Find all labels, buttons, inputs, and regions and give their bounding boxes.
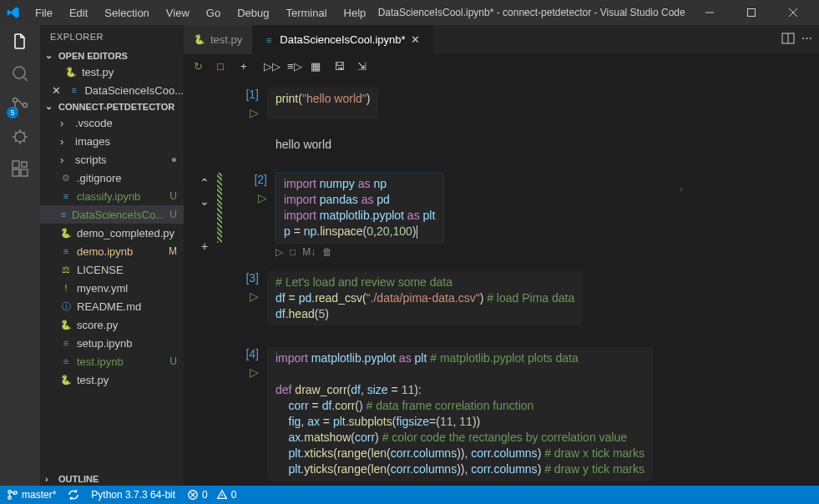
close-icon[interactable]: ✕ xyxy=(411,33,422,46)
run-cell-icon[interactable]: ▷ xyxy=(258,191,267,204)
code-cell[interactable]: # Let's load and review some data df = p… xyxy=(267,271,583,325)
run-cell-icon[interactable]: ▷ xyxy=(250,365,259,379)
menu-terminal[interactable]: Terminal xyxy=(279,7,333,19)
run-cell-icon[interactable]: ▷ xyxy=(250,106,259,119)
folder-item[interactable]: ›images xyxy=(40,132,184,150)
text-cursor xyxy=(417,225,417,239)
menu-help[interactable]: Help xyxy=(337,7,373,19)
problems[interactable]: 0 0 xyxy=(187,489,236,501)
run-all-icon[interactable]: ▷▷ xyxy=(264,60,277,73)
restart-icon[interactable]: ↻ xyxy=(194,60,207,73)
cell-index: [2] xyxy=(254,173,267,186)
file-item[interactable]: 🐍score.py xyxy=(40,315,184,334)
close-icon[interactable]: ✕ xyxy=(52,84,63,97)
collapse-up-icon[interactable]: ⌃ xyxy=(200,176,210,189)
titlebar: File Edit Selection View Go Debug Termin… xyxy=(0,0,819,25)
file-item[interactable]: ≡classify.ipynbU xyxy=(40,187,184,205)
cell-output: hello world xyxy=(267,134,340,154)
notebook-file-icon: ≡ xyxy=(60,245,72,257)
menu-edit[interactable]: Edit xyxy=(63,7,94,19)
extensions-icon[interactable] xyxy=(10,159,30,179)
python-file-icon: 🐍 xyxy=(60,319,72,330)
python-file-icon: 🐍 xyxy=(60,374,72,386)
code-cell[interactable]: print("hello world") xyxy=(267,88,378,119)
notebook-file-icon: ≡ xyxy=(60,190,72,202)
info-icon: ⓘ xyxy=(60,300,72,312)
notebook-body[interactable]: [1]▷ print("hello world") hello world ⌃ … xyxy=(184,79,819,486)
svg-point-4 xyxy=(23,103,28,108)
sync-icon[interactable] xyxy=(68,489,79,501)
code-cell-active[interactable]: import numpy as np import pandas as pd i… xyxy=(276,173,443,243)
file-item[interactable]: ⓘREADME.md xyxy=(40,297,184,315)
save-icon[interactable]: 🖫 xyxy=(334,60,347,73)
file-item[interactable]: 🐍test.py xyxy=(40,370,184,389)
export-icon[interactable]: ⇲ xyxy=(357,60,371,73)
svg-point-13 xyxy=(14,491,18,495)
code-cell[interactable]: import matplotlib.pyplot as plt # matplo… xyxy=(267,347,653,481)
run-by-line-icon[interactable]: ▷ xyxy=(276,246,283,258)
menu-view[interactable]: View xyxy=(159,7,196,19)
svg-rect-9 xyxy=(22,162,27,167)
svg-rect-8 xyxy=(21,169,28,176)
delete-cell-icon[interactable]: 🗑 xyxy=(322,246,332,258)
outline-header[interactable]: ›OUTLINE xyxy=(40,472,184,486)
run-above-icon[interactable]: ≡▷ xyxy=(287,60,301,73)
notebook-file-icon: ≡ xyxy=(60,355,72,367)
file-item[interactable]: ⚙.gitignore xyxy=(40,169,184,187)
stop-icon[interactable]: □ xyxy=(290,246,296,258)
folder-item[interactable]: ›scripts● xyxy=(40,150,184,169)
collapse-down-icon[interactable]: ⌄ xyxy=(200,194,210,208)
notebook-toolbar: ↻ □ + ▷▷ ≡▷ ▦ 🖫 ⇲ xyxy=(184,54,819,79)
window-close[interactable] xyxy=(774,0,812,25)
more-icon[interactable]: ⋯ xyxy=(801,32,812,48)
open-editor-item[interactable]: 🐍test.py xyxy=(40,63,184,81)
cell-actions: ▷ □ M↓ 🗑 xyxy=(276,246,332,258)
explorer-title: EXPLORER xyxy=(40,25,184,48)
variables-icon[interactable]: ▦ xyxy=(311,60,324,73)
notebook-file-icon: ≡ xyxy=(68,84,80,96)
folder-header[interactable]: ⌄CONNECT-PETDETECTOR xyxy=(40,99,184,113)
python-file-icon: 🐍 xyxy=(65,66,77,78)
license-icon: ⚖ xyxy=(60,264,72,275)
markdown-icon[interactable]: M↓ xyxy=(302,246,316,258)
menu-selection[interactable]: Selection xyxy=(98,7,155,19)
add-cell-icon[interactable]: + xyxy=(240,60,254,73)
menu-file[interactable]: File xyxy=(28,7,59,19)
notebook-file-icon: ≡ xyxy=(263,34,275,46)
activity-bar: 5 xyxy=(0,25,40,486)
file-item[interactable]: 🐍demo_completed.py xyxy=(40,224,184,242)
yaml-file-icon: ! xyxy=(60,282,72,294)
ibeam-cursor-icon xyxy=(680,179,682,199)
file-item[interactable]: !myenv.yml xyxy=(40,279,184,297)
cell-index: [4] xyxy=(245,347,259,360)
svg-point-1 xyxy=(13,67,25,78)
folder-item[interactable]: ›.vscode xyxy=(40,113,184,132)
search-icon[interactable] xyxy=(10,63,30,83)
menu-debug[interactable]: Debug xyxy=(230,7,276,19)
tab-testpy[interactable]: 🐍test.py xyxy=(184,25,253,54)
file-item[interactable]: ≡test.ipynbU xyxy=(40,352,184,370)
debug-icon[interactable] xyxy=(10,127,30,147)
file-item-selected[interactable]: ≡DataScienceIsCo...U xyxy=(40,205,184,224)
split-editor-icon[interactable] xyxy=(781,32,795,48)
menu-go[interactable]: Go xyxy=(200,7,227,19)
python-interpreter[interactable]: Python 3.7.3 64-bit xyxy=(91,489,175,501)
git-branch[interactable]: master* xyxy=(7,489,56,501)
file-item[interactable]: ≡setup.ipynb xyxy=(40,334,184,352)
run-cell-icon[interactable]: ▷ xyxy=(250,290,259,303)
notebook-file-icon: ≡ xyxy=(60,209,67,220)
file-item[interactable]: ⚖LICENSE xyxy=(40,260,184,279)
svg-rect-7 xyxy=(13,169,19,176)
editor-tabs: 🐍test.py ≡DataScienceIsCool.ipynb*✕ ⋯ xyxy=(184,25,819,54)
open-editors-header[interactable]: ⌄OPEN EDITORS xyxy=(40,48,184,63)
interrupt-icon[interactable]: □ xyxy=(217,60,230,73)
source-control-icon[interactable]: 5 xyxy=(10,95,30,115)
svg-point-11 xyxy=(8,491,12,494)
file-item[interactable]: ≡demo.ipynbM xyxy=(40,242,184,260)
window-maximize[interactable] xyxy=(732,0,771,25)
window-minimize[interactable] xyxy=(690,0,729,25)
tab-notebook[interactable]: ≡DataScienceIsCool.ipynb*✕ xyxy=(253,25,432,54)
add-cell-below-icon[interactable]: + xyxy=(201,239,208,253)
explorer-icon[interactable] xyxy=(10,32,30,52)
open-editor-item[interactable]: ✕≡DataScienceIsCoo... xyxy=(40,81,184,99)
